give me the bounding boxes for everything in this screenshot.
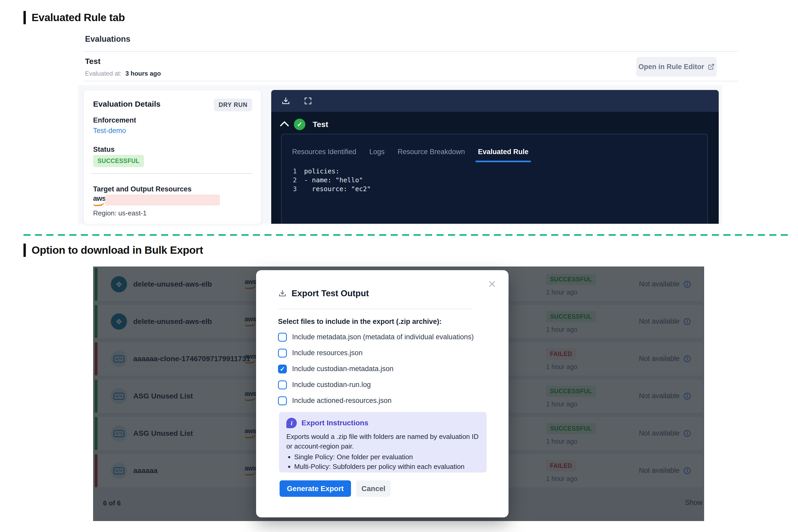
output-tabs: Resources IdentifiedLogsResource Breakdo… <box>282 134 707 162</box>
line-number: 1 <box>285 167 297 176</box>
target-resources-label: Target and Output Resources <box>93 185 192 193</box>
line-text: - name: "hello" <box>304 176 363 185</box>
modal-header: Export Test Output <box>278 288 369 298</box>
modal-actions: Generate Export Cancel <box>280 480 391 497</box>
export-instructions-bullets: Single Policy: One folder per evaluation… <box>286 452 479 472</box>
evaluations-heading: Evaluations <box>85 34 130 44</box>
divider <box>83 81 739 81</box>
line-text: resource: "ec2" <box>304 185 371 193</box>
evaluation-name: Test <box>85 57 100 66</box>
evaluated-at-value: 3 hours ago <box>126 70 161 77</box>
export-file-options: Include metadata.json (metadata of indiv… <box>278 329 474 408</box>
dry-run-badge: DRY RUN <box>214 99 252 111</box>
export-instructions-header: i Export Instructions <box>286 418 479 428</box>
close-icon[interactable] <box>488 280 496 288</box>
external-link-icon <box>708 63 715 70</box>
checkbox-unchecked[interactable] <box>278 380 287 390</box>
modal-title: Export Test Output <box>291 288 369 298</box>
export-option-metadata.json[interactable]: Include metadata.json (metadata of indiv… <box>278 329 474 345</box>
tab-resource-breakdown[interactable]: Resource Breakdown <box>398 148 465 162</box>
checkbox-label: Include metadata.json (metadata of indiv… <box>292 333 474 341</box>
checkbox-label: Include custodian-metadata.json <box>292 365 394 373</box>
region-text: Region: us-east-1 <box>93 209 147 217</box>
checkbox-label: Include resources.json <box>292 349 362 357</box>
success-check-icon: ✓ <box>294 119 305 130</box>
evaluation-group-row: ✓ Test <box>280 119 328 130</box>
select-files-label: Select files to include in the export (.… <box>278 318 441 326</box>
section-separator <box>23 234 792 236</box>
instruction-bullet: Multi-Policy: Subfolders per policy with… <box>294 462 479 472</box>
evaluation-output-card: Resources IdentifiedLogsResource Breakdo… <box>281 134 708 224</box>
evaluation-detail-region: Evaluation Details DRY RUN Enforcement T… <box>78 85 722 224</box>
chevron-up-icon[interactable] <box>280 121 289 130</box>
export-instructions-body: Exports would a .zip file with folders a… <box>286 432 479 451</box>
page: Evaluated Rule tab Evaluations Test Eval… <box>0 0 798 532</box>
download-icon[interactable] <box>281 96 290 106</box>
annotation-title-text: Option to download in Bulk Export <box>32 244 203 256</box>
aws-logo: aws <box>93 197 106 206</box>
download-icon <box>278 289 287 298</box>
output-toolbar <box>271 90 719 112</box>
open-in-rule-editor-button[interactable]: Open in Rule Editor <box>636 57 717 77</box>
divider <box>278 309 472 309</box>
export-option-custodian-metadata.json[interactable]: ✓Include custodian-metadata.json <box>278 361 474 377</box>
line-number: 2 <box>285 176 297 185</box>
status-badge: SUCCESSFUL <box>93 155 144 167</box>
line-number: 3 <box>285 185 297 193</box>
generate-export-button[interactable]: Generate Export <box>280 480 351 497</box>
enforcement-label: Enforcement <box>93 116 136 125</box>
export-instructions-title: Export Instructions <box>302 419 368 427</box>
annotation-title-text: Evaluated Rule tab <box>32 12 125 23</box>
test-output-panel: ✓ Test Resources IdentifiedLogsResource … <box>271 90 719 224</box>
code-viewer: 1policies:2- name: "hello"3 resource: "e… <box>285 167 707 193</box>
tab-resources-identified[interactable]: Resources Identified <box>292 148 356 162</box>
evaluated-at-line: Evaluated at: 3 hours ago <box>85 70 161 77</box>
export-option-custodian-run.log[interactable]: Include custodian-run.log <box>278 377 474 393</box>
open-in-rule-editor-label: Open in Rule Editor <box>639 63 704 71</box>
code-line: 2- name: "hello" <box>285 176 707 185</box>
tab-evaluated-rule[interactable]: Evaluated Rule <box>478 148 529 162</box>
evaluation-group-name: Test <box>313 120 328 129</box>
code-line: 3 resource: "ec2" <box>285 185 707 193</box>
evaluation-details-card: Evaluation Details DRY RUN Enforcement T… <box>83 90 261 224</box>
checkbox-unchecked[interactable] <box>278 333 287 342</box>
checkbox-unchecked[interactable] <box>278 396 287 405</box>
status-label: Status <box>93 146 115 154</box>
divider <box>91 173 253 174</box>
checkbox-label: Include custodian-run.log <box>292 381 371 389</box>
checkbox-unchecked[interactable] <box>278 349 287 358</box>
divider <box>83 51 739 52</box>
target-account-row: aws <box>93 194 106 207</box>
checkbox-checked[interactable]: ✓ <box>278 365 287 374</box>
line-text: policies: <box>304 167 339 176</box>
export-instructions-box: i Export Instructions Exports would a .z… <box>279 412 487 473</box>
enforcement-link[interactable]: Test-demo <box>93 127 126 135</box>
instruction-bullet: Single Policy: One folder per evaluation <box>294 452 479 462</box>
fullscreen-icon[interactable] <box>304 96 312 106</box>
code-line: 1policies: <box>285 167 707 176</box>
cancel-button[interactable]: Cancel <box>356 480 391 497</box>
checkbox-label: Include actioned-resources.json <box>292 397 392 405</box>
export-option-actioned-resources.json[interactable]: Include actioned-resources.json <box>278 393 474 408</box>
tab-logs[interactable]: Logs <box>369 148 385 162</box>
evaluated-at-label: Evaluated at: <box>85 70 121 77</box>
annotation-title-bulk-export: Option to download in Bulk Export <box>23 244 203 257</box>
card-title: Evaluation Details <box>93 100 160 109</box>
export-modal: Export Test Output Select files to inclu… <box>256 270 509 517</box>
redacted-account-info <box>105 194 220 206</box>
info-icon: i <box>286 418 297 428</box>
annotation-title-evaluated-rule: Evaluated Rule tab <box>23 11 125 24</box>
export-option-resources.json[interactable]: Include resources.json <box>278 345 474 361</box>
